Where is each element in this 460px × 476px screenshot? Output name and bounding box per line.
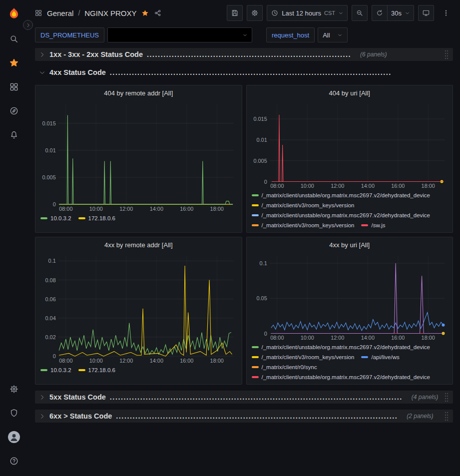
legend-item[interactable]: 172.18.0.6 [78,213,115,223]
sidebar-item-profile[interactable] [0,425,27,449]
chart-area[interactable]: 08:0010:0012:0014:0016:0018:0000.0050.01… [247,100,453,189]
legend-item[interactable]: /_matrix/client/unstable/org.matrix.msc2… [252,342,431,352]
svg-text:12:00: 12:00 [331,183,344,189]
refresh-button[interactable] [372,5,388,21]
clock-icon [271,9,279,17]
gear-icon [9,384,19,394]
refresh-interval-picker[interactable]: 30s [388,5,414,21]
legend-item[interactable]: 10.0.3.2 [40,365,71,375]
sidebar [0,0,27,476]
refresh-interval-label: 30s [391,9,402,17]
chart-area[interactable]: 08:0010:0012:0014:0016:0018:0000.0050.01… [35,100,242,212]
timeseries-chart: 08:0010:0012:0014:0016:0018:0000.020.040… [39,252,238,364]
legend-swatch [78,369,85,371]
time-range-picker[interactable]: Last 12 hours CST [267,5,348,21]
save-icon [231,9,239,17]
save-dashboard-button[interactable] [227,5,243,21]
legend-item[interactable]: /sw.js [361,220,385,230]
legend-swatch [40,369,47,371]
legend-swatch [252,346,259,348]
more-options-button[interactable] [438,5,454,21]
panel-4xx-by-uri: 4xx by uri [All] 08:0010:0012:0014:0016:… [246,237,454,385]
svg-text:18:00: 18:00 [210,358,224,364]
row-6xx-status-code[interactable]: 6xx > Status Code ......................… [35,410,453,423]
request-host-variable-picker[interactable]: All [318,27,347,42]
row-5xx-status-code[interactable]: 5xx Status Code ........................… [35,391,453,404]
legend-item[interactable]: /api/live/ws [361,352,399,362]
row-drag-handle[interactable] [444,411,449,421]
sidebar-expand-button[interactable] [23,20,33,30]
panel-title[interactable]: 404 by remote addr [All] [35,88,242,100]
panel-404-by-uri: 404 by uri [All] 08:0010:0012:0014:0016:… [246,85,454,233]
row-drag-handle[interactable] [444,392,449,402]
svg-text:0.01: 0.01 [256,137,267,143]
tv-mode-button[interactable] [418,5,434,21]
legend-label: /api/live/ws [371,354,399,360]
svg-text:16:00: 16:00 [180,358,193,364]
search-icon [9,34,19,44]
svg-text:0: 0 [53,353,56,359]
legend-swatch [252,204,259,206]
svg-text:0.05: 0.05 [256,295,267,301]
legend-item[interactable]: /_matrix/client/v3/room_keys/version [252,352,355,362]
sidebar-item-explore[interactable] [0,99,27,123]
row-4xx-status-code[interactable]: 4xx Status Code ........................… [35,67,453,78]
row-1xx-3xx-2xx-status-code[interactable]: 1xx - 3xx - 2xx Status Code ............… [35,48,453,61]
refresh-group: 30s [372,5,414,21]
refresh-icon [376,9,384,17]
timeseries-chart: 08:0010:0012:0014:0016:0018:0000.0050.01… [39,100,238,212]
sidebar-item-alerting[interactable] [0,123,27,147]
row-drag-handle[interactable] [444,49,449,59]
legend-item[interactable]: /_matrix/client/unstable/org.matrix.msc2… [252,372,431,382]
chevron-down-icon [242,32,248,38]
row-leader-dots: ........................................… [110,68,392,76]
legend-item[interactable]: 10.0.3.2 [40,213,71,223]
compass-icon [9,106,19,116]
sidebar-item-search[interactable] [0,27,27,51]
legend-item[interactable]: 172.18.0.6 [78,365,115,375]
legend-item[interactable]: /_matrix/client/v3/room_keys/version [252,220,355,230]
share-icon[interactable] [154,9,162,17]
panel-title[interactable]: 4xx by remote addr [All] [35,240,242,252]
legend-item[interactable]: /_matrix/client/r0/sync [252,362,317,372]
request-host-variable-label[interactable]: request_host [266,27,315,42]
svg-text:18:00: 18:00 [210,206,224,212]
sidebar-item-help[interactable] [0,449,27,473]
legend-swatch [252,224,259,226]
breadcrumb-separator: / [78,9,80,17]
sidebar-item-server-admin[interactable] [0,401,27,425]
shield-icon [9,408,19,418]
sidebar-item-configuration[interactable] [0,377,27,401]
dashboard-title[interactable]: NGINX PROXY [84,9,136,17]
svg-text:12:00: 12:00 [331,335,344,341]
gear-icon [251,9,259,17]
panel-legend: 10.0.3.2172.18.0.6 [35,364,242,384]
legend-swatch [252,214,259,216]
dashboard-settings-button[interactable] [247,5,263,21]
legend-label: 10.0.3.2 [50,367,71,373]
panel-title[interactable]: 4xx by uri [All] [247,240,453,252]
chevron-right-icon [39,51,45,58]
sidebar-item-starred[interactable] [0,51,27,75]
legend-item[interactable]: /_matrix/client/v3/room_keys/version [252,200,355,210]
datasource-variable-label[interactable]: DS_PROMETHEUS [35,27,104,42]
panel-title[interactable]: 404 by uri [All] [247,88,453,100]
row-title: 1xx - 3xx - 2xx Status Code [49,50,143,58]
legend-label: 172.18.0.6 [88,215,115,221]
legend-item[interactable]: /_matrix/client/unstable/org.matrix.msc2… [252,190,431,200]
chart-area[interactable]: 08:0010:0012:0014:0016:0018:0000.050.1 [247,252,453,341]
datasource-variable-picker[interactable] [107,27,252,42]
zoom-out-time-button[interactable] [352,5,368,21]
svg-text:14:00: 14:00 [150,206,163,212]
chart-area[interactable]: 08:0010:0012:0014:0016:0018:0000.020.040… [35,252,242,364]
svg-text:08:00: 08:00 [59,358,72,364]
favorite-star-icon[interactable] [141,9,149,17]
legend-item[interactable]: /_matrix/client/unstable/org.matrix.msc2… [252,210,431,220]
sidebar-item-dashboards[interactable] [0,75,27,99]
svg-text:0.015: 0.015 [253,116,267,122]
svg-text:14:00: 14:00 [361,183,374,189]
breadcrumb-folder[interactable]: General [47,9,73,17]
svg-text:10:00: 10:00 [300,335,314,341]
legend-label: /_matrix/client/unstable/org.matrix.msc2… [262,374,431,380]
legend-label: /_matrix/client/unstable/org.matrix.msc2… [262,212,431,218]
